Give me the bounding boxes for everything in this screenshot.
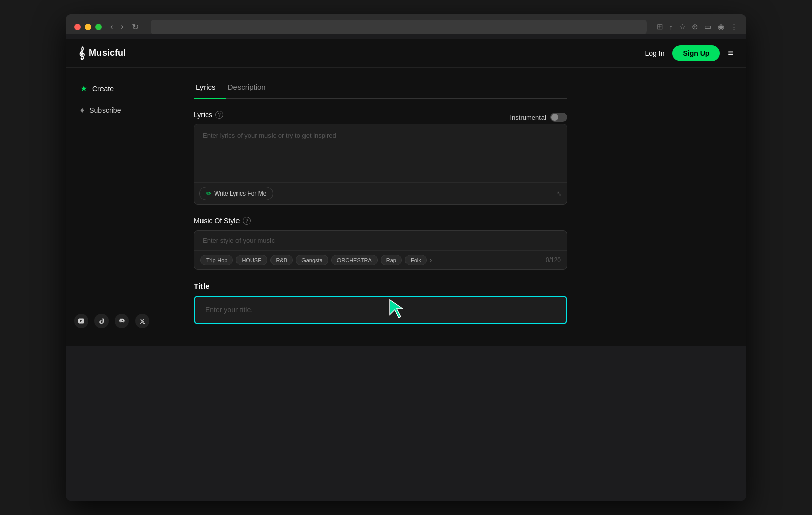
tag-trip-hop[interactable]: Trip-Hop <box>200 255 233 265</box>
share-icon[interactable]: ↑ <box>669 23 673 31</box>
traffic-lights <box>74 24 102 30</box>
youtube-icon[interactable] <box>74 314 88 328</box>
minimize-button[interactable] <box>85 24 91 30</box>
top-navbar: 𝄞 Musicful Log In Sign Up ≡ <box>66 39 746 68</box>
back-button[interactable]: ‹ <box>108 21 115 33</box>
instrumental-switch[interactable] <box>550 113 567 122</box>
logo-text: Musicful <box>89 48 126 58</box>
tag-rap[interactable]: Rap <box>381 255 402 265</box>
hamburger-icon[interactable]: ≡ <box>728 47 734 59</box>
tab-lyrics[interactable]: Lyrics <box>194 78 226 99</box>
forward-button[interactable]: › <box>119 21 125 33</box>
logo-icon: 𝄞 <box>78 47 85 60</box>
navbar-right: Log In Sign Up ≡ <box>645 45 734 61</box>
instrumental-label: Instrumental <box>510 114 546 121</box>
tag-rnb[interactable]: R&B <box>270 255 293 265</box>
lyrics-input[interactable] <box>194 124 567 180</box>
music-style-label: Music Of Style ? <box>194 217 567 225</box>
title-label: Title <box>194 282 567 291</box>
maximize-button[interactable] <box>95 24 102 30</box>
style-input[interactable] <box>194 231 567 250</box>
music-style-help-icon[interactable]: ? <box>243 217 251 225</box>
title-input-container <box>195 297 566 323</box>
bookmark-icon[interactable]: ☆ <box>679 22 686 31</box>
music-style-section: Music Of Style ? Trip-Hop HOUSE R&B Gang… <box>194 217 567 270</box>
style-box: Trip-Hop HOUSE R&B Gangsta ORCHESTRA Rap… <box>194 230 567 270</box>
pencil-icon: ✏ <box>206 190 211 197</box>
lyrics-box: ✏ Write Lyrics For Me ⤡ <box>194 124 567 205</box>
lyrics-bottom: ✏ Write Lyrics For Me ⤡ <box>194 182 567 204</box>
discord-icon[interactable] <box>115 314 129 328</box>
tiktok-icon[interactable] <box>94 314 109 328</box>
sidebar-item-subscribe[interactable]: ♦ Subscribe <box>74 102 170 119</box>
extensions-icon[interactable]: ⊞ <box>657 22 663 31</box>
browser-toolbar: ⊞ ↑ ☆ ⊕ ▭ ◉ ⋮ <box>657 22 738 31</box>
tag-folk[interactable]: Folk <box>405 255 427 265</box>
lyrics-header: Lyrics ? Instrumental <box>194 111 567 124</box>
tag-gangsta[interactable]: Gangsta <box>296 255 328 265</box>
tabs: Lyrics Description <box>194 78 567 99</box>
content-area: Lyrics Description Lyrics ? Instrumental <box>178 68 746 346</box>
sidebar-social <box>74 308 170 334</box>
title-input-wrapper <box>194 296 567 324</box>
write-lyrics-button[interactable]: ✏ Write Lyrics For Me <box>199 187 273 200</box>
sidebar-item-create[interactable]: ★ Create <box>74 80 170 98</box>
sidebar-item-subscribe-label: Subscribe <box>89 106 121 114</box>
resize-handle[interactable]: ⤡ <box>557 190 562 197</box>
sidebar-item-create-label: Create <box>92 85 114 93</box>
refresh-button[interactable]: ↻ <box>130 21 141 33</box>
title-section: Title <box>194 282 567 324</box>
nav-buttons: ‹ › ↻ <box>108 21 141 33</box>
lyrics-label: Lyrics ? <box>194 111 223 119</box>
lyrics-help-icon[interactable]: ? <box>215 111 223 119</box>
signup-button[interactable]: Sign Up <box>672 45 720 61</box>
login-button[interactable]: Log In <box>645 49 665 57</box>
lyrics-section: Lyrics ? Instrumental <box>194 111 567 205</box>
style-tags: Trip-Hop HOUSE R&B Gangsta ORCHESTRA Rap… <box>194 250 567 269</box>
char-count: 0/120 <box>546 256 561 264</box>
profile-icon[interactable]: ◉ <box>718 22 724 31</box>
tag-house[interactable]: HOUSE <box>236 255 267 265</box>
x-twitter-icon[interactable] <box>135 314 149 328</box>
title-input[interactable] <box>195 297 566 323</box>
sidebar-browser-icon[interactable]: ▭ <box>704 22 712 31</box>
tag-orchestra[interactable]: ORCHESTRA <box>331 255 378 265</box>
logo: 𝄞 Musicful <box>78 47 126 60</box>
sidebar-nav: ★ Create ♦ Subscribe <box>74 80 170 119</box>
instrumental-toggle: Instrumental <box>510 113 567 122</box>
menu-dots-icon[interactable]: ⋮ <box>730 22 738 31</box>
puzzle-icon[interactable]: ⊕ <box>692 22 698 31</box>
sidebar: ★ Create ♦ Subscribe <box>66 68 178 346</box>
tags-more-button[interactable]: › <box>430 256 432 264</box>
close-button[interactable] <box>74 24 81 30</box>
write-lyrics-label: Write Lyrics For Me <box>214 190 266 197</box>
tab-description[interactable]: Description <box>226 78 276 99</box>
star-icon: ★ <box>80 84 87 93</box>
address-bar[interactable] <box>151 20 647 34</box>
diamond-icon: ♦ <box>80 106 84 115</box>
